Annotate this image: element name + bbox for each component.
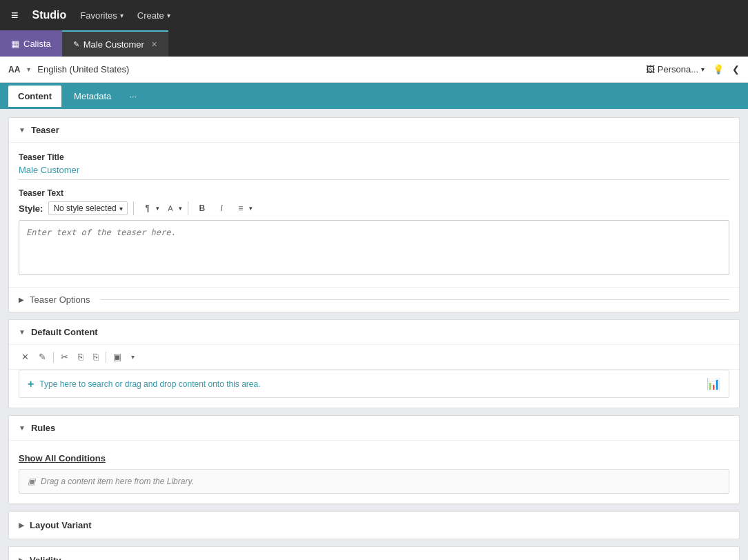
align-chevron-icon: ▾ bbox=[249, 205, 253, 212]
content-edit-toolbar: ✕ ✎ ✂ ⎘ ⎘ ▣ ▾ bbox=[9, 345, 739, 370]
create-menu[interactable]: Create ▾ bbox=[137, 10, 170, 21]
style-toolbar: Style: No style selected ▾ ¶ ▾ A ▾ B I bbox=[19, 201, 729, 216]
favorites-chevron-icon: ▾ bbox=[120, 12, 124, 19]
rules-section: ▼ Rules Show All Conditions ▣ Drag a con… bbox=[8, 415, 740, 504]
rules-section-body: Show All Conditions ▣ Drag a content ite… bbox=[9, 441, 739, 503]
teaser-options-chevron-icon: ▶ bbox=[19, 296, 24, 303]
drop-area-text: Type here to search or drag and drop con… bbox=[39, 379, 260, 389]
teaser-text-input[interactable] bbox=[19, 220, 729, 275]
tab-bar: ▦ Calista ✎ Male Customer ✕ bbox=[0, 30, 748, 57]
teaser-section-body: Teaser Title Male Customer Teaser Text S… bbox=[9, 143, 739, 287]
teaser-text-label: Teaser Text bbox=[19, 188, 729, 198]
persona-label: Persona... bbox=[658, 64, 698, 74]
align-button[interactable]: ≡ bbox=[233, 201, 249, 216]
tab-metadata[interactable]: Metadata bbox=[64, 86, 121, 107]
style-value: No style selected bbox=[53, 203, 116, 213]
create-label: Create bbox=[137, 10, 164, 21]
plus-icon: + bbox=[28, 378, 34, 390]
tab-male-customer[interactable]: ✎ Male Customer ✕ bbox=[62, 30, 168, 57]
language-selector[interactable]: English (United States) bbox=[37, 64, 129, 74]
rules-drag-area: ▣ Drag a content item here from the Libr… bbox=[19, 469, 729, 494]
format-toolbar-group: ¶ ▾ bbox=[139, 201, 159, 216]
style-dropdown[interactable]: No style selected ▾ bbox=[48, 201, 127, 215]
close-tab-button[interactable]: ✕ bbox=[151, 40, 157, 49]
para-chevron-icon: ▾ bbox=[156, 205, 159, 212]
more-button[interactable]: ▾ bbox=[128, 352, 137, 362]
collapse-icon[interactable]: ❮ bbox=[732, 64, 740, 74]
language-label: English (United States) bbox=[37, 64, 129, 74]
teaser-options[interactable]: ▶ Teaser Options bbox=[9, 287, 739, 312]
edit-button[interactable]: ✎ bbox=[36, 350, 49, 363]
persona-chevron-icon: ▾ bbox=[701, 66, 705, 73]
tab-more-button[interactable]: ··· bbox=[124, 88, 142, 104]
teaser-section: ▼ Teaser Teaser Title Male Customer Teas… bbox=[8, 117, 740, 312]
paragraph-button[interactable]: ¶ bbox=[139, 201, 156, 216]
rules-drag-text: Drag a content item here from the Librar… bbox=[41, 477, 194, 486]
favorites-label: Favorites bbox=[80, 10, 117, 21]
layout-variant-chevron-icon: ▶ bbox=[19, 521, 24, 529]
settings-button[interactable]: ▣ bbox=[110, 350, 124, 363]
teaser-title-value[interactable]: Male Customer bbox=[19, 165, 729, 180]
tab-calista[interactable]: ▦ Calista bbox=[0, 30, 62, 57]
edit-icon: ✎ bbox=[73, 40, 79, 49]
layout-variant-label: Layout Variant bbox=[30, 520, 92, 530]
style-label: Style: bbox=[19, 203, 43, 214]
teaser-section-header[interactable]: ▼ Teaser bbox=[9, 118, 739, 143]
teaser-collapse-icon: ▼ bbox=[19, 126, 26, 134]
content-tabs: Content Metadata ··· bbox=[0, 83, 748, 109]
teaser-title-label: Teaser Title bbox=[19, 152, 729, 162]
default-content-section: ▼ Default Content ✕ ✎ ✂ ⎘ ⎘ ▣ ▾ + Type h… bbox=[8, 319, 740, 408]
persona-icon: 🖼 bbox=[646, 64, 655, 74]
copy-button[interactable]: ⎘ bbox=[75, 350, 86, 363]
aa-icon: AA bbox=[8, 65, 20, 74]
rules-section-label: Rules bbox=[31, 423, 55, 433]
male-customer-tab-label: Male Customer bbox=[83, 39, 144, 50]
create-chevron-icon: ▾ bbox=[167, 12, 170, 19]
font-size-button[interactable]: A bbox=[162, 201, 179, 216]
content-toolbar-divider-1 bbox=[53, 352, 54, 363]
toolbar-chevron-icon[interactable]: ▾ bbox=[27, 66, 30, 73]
content-toolbar-divider-2 bbox=[106, 352, 106, 363]
validity-section[interactable]: ▶ Validity bbox=[8, 546, 740, 560]
remove-button[interactable]: ✕ bbox=[19, 350, 32, 363]
lightbulb-icon[interactable]: 💡 bbox=[713, 64, 724, 74]
teaser-options-line bbox=[101, 299, 729, 300]
show-all-conditions-button[interactable]: Show All Conditions bbox=[19, 450, 729, 469]
rules-section-header[interactable]: ▼ Rules bbox=[9, 416, 739, 441]
tab-content[interactable]: Content bbox=[8, 86, 61, 107]
main-area: ▼ Teaser Teaser Title Male Customer Teas… bbox=[0, 109, 748, 560]
default-content-collapse-icon: ▼ bbox=[19, 328, 26, 336]
toolbar-right: 🖼 Persona... ▾ 💡 ❮ bbox=[646, 64, 740, 74]
teaser-options-label: Teaser Options bbox=[30, 294, 90, 305]
toolbar-divider-2 bbox=[188, 201, 188, 215]
default-content-label: Default Content bbox=[31, 327, 98, 337]
calista-tab-icon: ▦ bbox=[11, 39, 19, 49]
style-chevron-icon: ▾ bbox=[119, 205, 123, 212]
content-drop-area[interactable]: + Type here to search or drag and drop c… bbox=[19, 370, 729, 398]
top-nav: ≡ Studio Favorites ▾ Create ▾ bbox=[0, 0, 748, 30]
default-content-header[interactable]: ▼ Default Content bbox=[9, 320, 739, 345]
paste-button[interactable]: ⎘ bbox=[90, 350, 101, 363]
chart-icon: 📊 bbox=[707, 377, 720, 390]
validity-label: Validity bbox=[30, 555, 61, 560]
layout-variant-section[interactable]: ▶ Layout Variant bbox=[8, 511, 740, 539]
calista-tab-label: Calista bbox=[23, 39, 51, 49]
cut-button[interactable]: ✂ bbox=[58, 350, 71, 363]
italic-button[interactable]: I bbox=[213, 201, 230, 216]
persona-button[interactable]: 🖼 Persona... ▾ bbox=[646, 64, 705, 74]
rules-drag-icon: ▣ bbox=[28, 477, 35, 486]
main-toolbar: AA ▾ English (United States) 🖼 Persona..… bbox=[0, 57, 748, 83]
bold-button[interactable]: B bbox=[194, 201, 210, 216]
validity-chevron-icon: ▶ bbox=[19, 557, 24, 560]
rules-collapse-icon: ▼ bbox=[19, 424, 26, 432]
favorites-menu[interactable]: Favorites ▾ bbox=[80, 10, 123, 21]
brand-logo: Studio bbox=[32, 9, 67, 21]
align-group: ≡ ▾ bbox=[233, 201, 253, 216]
teaser-section-label: Teaser bbox=[31, 125, 59, 135]
font-size-group: A ▾ bbox=[162, 201, 182, 216]
hamburger-icon[interactable]: ≡ bbox=[11, 8, 19, 23]
fontsize-chevron-icon: ▾ bbox=[179, 205, 182, 212]
toolbar-divider-1 bbox=[133, 201, 134, 215]
